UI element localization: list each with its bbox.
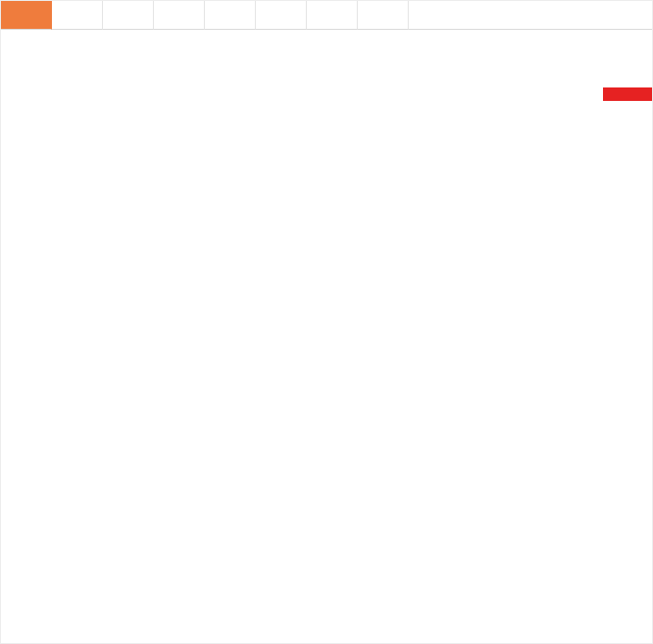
tab-4hour[interactable] <box>358 1 409 30</box>
tab-15min[interactable] <box>205 1 256 30</box>
kline-chart-app <box>0 0 653 644</box>
current-price-badge <box>603 87 653 101</box>
tab-week[interactable] <box>52 1 103 30</box>
tab-month[interactable] <box>103 1 154 30</box>
timeframe-tabbar <box>1 1 652 30</box>
tabbar-filler <box>409 1 652 30</box>
tab-60min[interactable] <box>307 1 358 30</box>
chart-canvas[interactable] <box>1 1 653 644</box>
tab-day[interactable] <box>1 1 52 30</box>
tab-5min[interactable] <box>154 1 205 30</box>
tab-30min[interactable] <box>256 1 307 30</box>
